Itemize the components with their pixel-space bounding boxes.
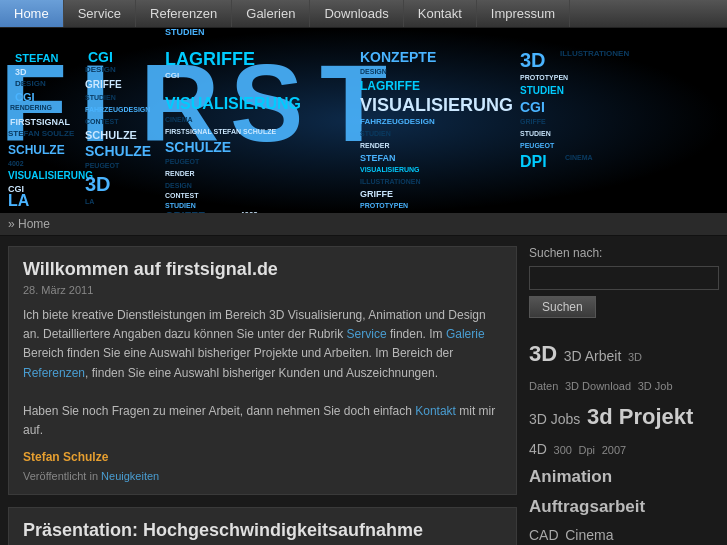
nav-item-galerien[interactable]: Galerien	[232, 0, 310, 27]
post-1-cat-link[interactable]: Neuigkeiten	[101, 470, 159, 482]
post-2: Präsentation: Hochgeschwindigkeitsaufnah…	[8, 507, 517, 545]
nav-item-home[interactable]: Home	[0, 0, 64, 27]
post-2-title: Präsentation: Hochgeschwindigkeitsaufnah…	[23, 520, 502, 541]
nav-item-service[interactable]: Service	[64, 0, 136, 27]
tag-3d-job[interactable]: 3D Job	[638, 380, 673, 392]
main-column: Willkommen auf firstsignal.de 28. März 2…	[8, 246, 529, 545]
tag-300[interactable]: 300	[554, 444, 572, 456]
tag-3d-jobs[interactable]: 3D Jobs	[529, 411, 580, 427]
tag-2007[interactable]: 2007	[602, 444, 626, 456]
tag-3d-download[interactable]: 3D Download	[565, 380, 631, 392]
nav-item-impressum[interactable]: Impressum	[477, 0, 570, 27]
breadcrumb-prefix: »	[8, 217, 15, 231]
post-1-category: Veröffentlicht in Neuigkeiten	[23, 470, 502, 482]
post-1-text-2: finden. Im	[387, 327, 446, 341]
post-1-text-3: Bereich finden Sie eine Auswahl bisherig…	[23, 346, 453, 360]
post-1-cat-pre: Veröffentlicht in	[23, 470, 101, 482]
post-1-text-5: Haben Sie noch Fragen zu meiner Arbeit, …	[23, 404, 415, 418]
post-1: Willkommen auf firstsignal.de 28. März 2…	[8, 246, 517, 495]
tag-auftragsarbeit[interactable]: Auftragsarbeit	[529, 497, 645, 516]
search-widget: Suchen nach: Suchen	[529, 246, 719, 318]
tag-4d[interactable]: 4D	[529, 441, 547, 457]
tag-3d[interactable]: 3D	[529, 341, 557, 366]
post-1-date: 28. März 2011	[23, 284, 502, 296]
nav-item-downloads[interactable]: Downloads	[310, 0, 403, 27]
tag-3d-arbeit[interactable]: 3D Arbeit	[564, 348, 622, 364]
nav-item-referenzen[interactable]: Referenzen	[136, 0, 232, 27]
breadcrumb-home-link[interactable]: Home	[18, 217, 50, 231]
post-1-galerie-link[interactable]: Galerie	[446, 327, 485, 341]
tag-cinema[interactable]: Cinema	[565, 527, 613, 543]
tag-cloud-widget: 3D 3D Arbeit 3D Daten 3D Download 3D Job…	[529, 334, 719, 545]
post-1-title: Willkommen auf firstsignal.de	[23, 259, 502, 280]
content-area: Willkommen auf firstsignal.de 28. März 2…	[0, 236, 727, 545]
tag-3d-projekt[interactable]: 3d Projekt	[587, 404, 693, 429]
post-1-referenzen-link[interactable]: Referenzen	[23, 366, 85, 380]
nav-item-kontakt[interactable]: Kontakt	[404, 0, 477, 27]
search-button[interactable]: Suchen	[529, 296, 596, 318]
search-input[interactable]	[529, 266, 719, 290]
breadcrumb: » Home	[0, 213, 727, 236]
tag-dpi[interactable]: Dpi	[579, 444, 596, 456]
search-widget-title: Suchen nach:	[529, 246, 719, 260]
tag-cad[interactable]: CAD	[529, 527, 559, 543]
tag-3d-2[interactable]: 3D	[628, 351, 642, 363]
tag-animation[interactable]: Animation	[529, 467, 612, 486]
post-1-text-4: , finden Sie eine Auswahl bisheriger Kun…	[85, 366, 438, 380]
hero-banner: F I R S T Stefan 3D Design CGI Rendering…	[0, 28, 727, 213]
sidebar: Suchen nach: Suchen 3D 3D Arbeit 3D Date…	[529, 246, 719, 545]
post-1-service-link[interactable]: Service	[347, 327, 387, 341]
main-nav: HomeServiceReferenzenGalerienDownloadsKo…	[0, 0, 727, 28]
post-1-author: Stefan Schulze	[23, 450, 502, 464]
tag-daten[interactable]: Daten	[529, 380, 558, 392]
post-1-kontakt-link[interactable]: Kontakt	[415, 404, 456, 418]
post-1-body: Ich biete kreative Dienstleistungen im B…	[23, 306, 502, 440]
